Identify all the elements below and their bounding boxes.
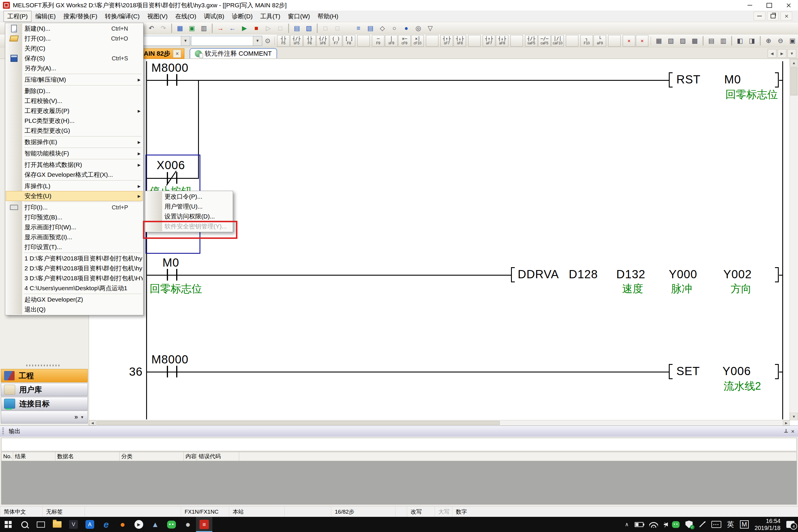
sidebar-item-project[interactable]: 工程 [1, 369, 88, 382]
menu-item[interactable]: 压缩/解压缩(M) ▶ [6, 75, 142, 84]
ladder-symbol-button[interactable]: ×│cF10 [411, 35, 424, 47]
menu-item[interactable]: 新建(N)... Ctrl+N [6, 24, 142, 34]
ime-language-indicator[interactable]: 英 [727, 520, 734, 529]
menu-item[interactable]: 显示画面打印(W)... [6, 222, 142, 232]
ladder-symbol-button[interactable]: ┤↓├sF8 [454, 35, 466, 47]
monitor-mode-icon[interactable]: ▣ [186, 23, 197, 34]
read-from-plc-icon[interactable]: ← [227, 23, 238, 34]
clock[interactable]: 16:54 2019/1/18 [755, 517, 780, 531]
simulation-stop-icon[interactable]: ▧ [303, 23, 315, 34]
minimize-button[interactable] [740, 0, 760, 11]
tab-main-program[interactable]: AIN 82步 × [140, 49, 184, 59]
operand-y006[interactable]: Y006 [722, 365, 751, 378]
maximize-button[interactable] [760, 0, 779, 11]
operand-d128[interactable]: D128 [569, 268, 598, 281]
statement-icon[interactable]: ≡ [353, 23, 364, 34]
pen-icon[interactable] [699, 524, 705, 525]
ladder-symbol-button[interactable]: ┤↓├aF8 [496, 35, 508, 47]
horizontal-scroll-thumb[interactable] [97, 421, 500, 425]
menu-item[interactable]: 打印(I)... Ctrl+P [6, 203, 142, 212]
menu-item[interactable]: 关闭(C) [6, 43, 142, 53]
menu-bar-item[interactable]: 调试(B) [200, 11, 228, 22]
menu-item[interactable]: PLC类型更改(H)... [6, 116, 142, 126]
start-button[interactable] [0, 517, 16, 532]
tab-list-button[interactable]: ▼ [787, 49, 796, 58]
find-button[interactable]: ⊙ [263, 35, 272, 46]
device-list-icon[interactable]: ● [401, 23, 412, 34]
menu-item[interactable]: 3 D:\客户资料\2018项目资料\群创打包机\HY [6, 273, 142, 283]
defender-shield-icon[interactable]: ✓ [685, 520, 693, 528]
cross-reference-icon[interactable]: ○ [389, 23, 400, 34]
wechat-taskbar-icon[interactable] [163, 517, 180, 532]
write-to-plc-icon[interactable]: → [215, 23, 226, 34]
menu-bar-item[interactable]: 编辑(E) [32, 11, 59, 22]
device-batch-icon[interactable]: ▥ [198, 23, 209, 34]
grid-d-icon[interactable]: ▩ [689, 35, 700, 46]
wifi-icon[interactable] [649, 521, 658, 528]
tab-scroll-right-button[interactable]: ▶ [778, 49, 786, 58]
grid-b-icon[interactable]: ▧ [665, 35, 677, 46]
menu-item[interactable]: 起动GX Developer(Z) [6, 294, 142, 304]
parameter-icon[interactable]: ▦ [174, 23, 186, 34]
tab-device-comment[interactable]: 软元件注释 COMMENT [190, 48, 277, 58]
menu-item[interactable]: 智能功能模块(F) ▶ [6, 149, 142, 158]
output-column-header[interactable]: 分类 [119, 452, 184, 461]
tab-close-button[interactable]: × [173, 50, 181, 58]
edge-icon[interactable]: e [98, 517, 114, 532]
ladder-symbol-button[interactable] [426, 35, 438, 47]
scroll-up-icon[interactable]: ▲ [790, 59, 798, 66]
output-column-header[interactable]: 数据名 [55, 452, 119, 461]
undo-icon[interactable]: ↶ [146, 23, 157, 34]
monitor-start-icon[interactable]: ▶ [239, 23, 250, 34]
menu-item[interactable]: 工程类型更改(G) [6, 126, 142, 136]
operand-y002[interactable]: Y002 [723, 268, 752, 281]
menu-bar-item[interactable]: 工程(P) [3, 11, 32, 22]
menu-item[interactable]: 另存为(A)... [6, 63, 142, 73]
monitor-pause-icon[interactable]: ▷ [263, 23, 274, 34]
menu-bar-item[interactable]: 转换/编译(C) [101, 11, 144, 22]
menu-item[interactable]: 工程校验(V)... [6, 96, 142, 106]
operand-d132[interactable]: D132 [616, 268, 645, 281]
vertical-scroll-thumb[interactable] [791, 67, 797, 95]
splitter-handle[interactable] [26, 365, 61, 366]
output-column-header[interactable]: 错误代码 [197, 452, 239, 461]
menu-item[interactable]: 4 C:\Users\yuenm\Desktop\两点运动1 [6, 283, 142, 293]
sidebar-more-button[interactable]: » ▼ [1, 411, 88, 423]
ladder-editor[interactable]: M8000 RST M0 回零标志位 X006 停止按钮 M0 回零标志位 DD… [89, 59, 798, 425]
ladder-symbol-button[interactable]: ─F9 [372, 35, 384, 47]
contact-label[interactable]: M0 [163, 256, 179, 269]
notification-center-button[interactable]: 4 [786, 521, 795, 528]
menu-item[interactable]: 库操作(L) ▶ [6, 181, 142, 191]
grid-a-icon[interactable]: ▦ [653, 35, 664, 46]
ladder-symbol-button[interactable]: ─/─caF5 [538, 35, 551, 47]
device-comment[interactable]: 方向 [730, 282, 752, 295]
ladder-symbol-button[interactable]: ┤/├sF6 [317, 35, 329, 47]
scroll-down-icon[interactable]: ▼ [790, 413, 798, 420]
scroll-left-icon[interactable]: ◀ [89, 420, 96, 425]
tray-chevron-up-icon[interactable]: ∧ [625, 521, 629, 528]
browser-orange-icon[interactable]: ● [114, 517, 131, 532]
menu-item[interactable]: 退出(Q) [6, 304, 142, 315]
menu-item[interactable]: 打印预览(B)... [6, 212, 142, 222]
menu-item[interactable]: 显示画面预览(I)... [6, 232, 142, 242]
menu-bar-item[interactable]: 工具(T) [256, 11, 284, 22]
submenu-item[interactable]: 设置访问权限(D)... [146, 211, 232, 221]
ladder-symbol-button[interactable] [566, 35, 578, 47]
menu-item[interactable]: 打印设置(T)... [6, 242, 142, 252]
menu-bar-item[interactable]: 诊断(D) [228, 11, 256, 22]
instruction-rst[interactable]: RST [677, 73, 701, 86]
grid-c-icon[interactable]: ▨ [677, 35, 688, 46]
ladder-symbol-button[interactable]: │/│caF10 [551, 35, 564, 47]
app-store-icon[interactable]: A [82, 517, 98, 532]
menu-item[interactable]: 删除(D)... [6, 86, 142, 96]
contact-label[interactable]: M8000 [151, 353, 188, 366]
verify-icon[interactable]: ▽ [425, 23, 436, 34]
app-triangle-icon[interactable]: ▲ [147, 517, 163, 532]
tab-scroll-left-button[interactable]: ◀ [768, 49, 776, 58]
ladder-symbol-button[interactable]: │sF9 [385, 35, 398, 47]
insert-row-icon[interactable]: ▤ [706, 35, 717, 46]
ladder-symbol-button[interactable] [357, 35, 370, 47]
vertical-scrollbar[interactable]: ▲ ▼ [790, 59, 798, 420]
ladder-symbol-button[interactable]: ┤/├saF5 [525, 35, 537, 47]
instruction-set[interactable]: SET [677, 365, 700, 378]
